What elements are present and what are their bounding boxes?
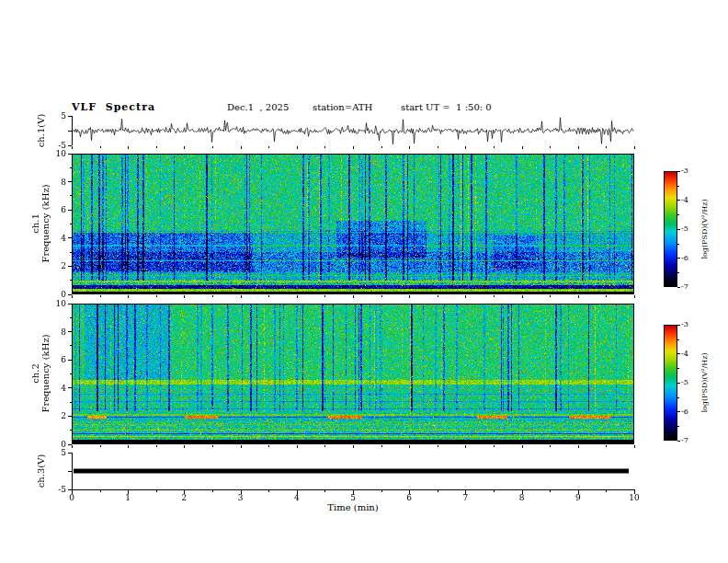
colorbar-ch1-label: log(PSD)(V²/Hz) [700,199,709,259]
cb-tick-label: -6 [681,254,688,263]
y-tick-label: 6 [48,205,66,214]
x-tick-label: 10 [625,493,643,502]
cb-tick-label: -7 [681,282,688,292]
y-major-tick [68,331,72,332]
x-minor-tick [381,295,382,297]
x-tick-label: 1 [119,493,137,502]
cb-tick [677,411,680,412]
ch1-wave-ylabel: ch.1(V) [36,114,46,148]
ch1-waveform-panel [72,116,634,145]
cb-tick [677,383,680,384]
ch3-waveform-canvas [72,453,634,489]
cb-minor-tick [677,426,679,427]
y-tick-label: 8 [48,327,66,337]
figure-station: station=ATH [313,102,372,112]
y-tick-label: 4 [48,234,66,243]
y-minor-tick [70,317,73,318]
x-major-tick [184,295,185,298]
x-minor-tick [100,295,101,297]
x-minor-tick [550,489,551,492]
y-minor-tick [70,280,73,281]
cb-minor-tick [677,244,679,245]
cb-tick [677,325,680,326]
ch1-spec-ylabel-line2: Frequency (kHz) [40,184,51,262]
cb-tick-label: -4 [681,196,688,205]
cb-tick-label: -3 [681,320,688,329]
ch1-spectrogram-panel [72,154,634,294]
y-tick-label: 8 [48,178,66,187]
x-major-tick [353,295,354,298]
x-tick-label: 0 [63,493,81,502]
y-tick-label: 0 [48,440,66,449]
ch1-waveform-canvas [72,116,634,145]
x-major-tick [409,146,410,149]
x-minor-tick [156,445,157,447]
y-major-tick [68,237,72,238]
x-minor-tick [156,295,157,297]
y-minor-tick [70,224,73,224]
y-minor-tick [70,345,73,346]
ch2-spec-ylabel-line1: ch.2 [30,334,40,412]
x-minor-tick [606,146,607,148]
x-minor-tick [212,295,213,297]
y-minor-tick [70,402,73,403]
x-tick-label: 8 [513,493,531,502]
y-tick-label: 4 [48,384,66,393]
colorbar-ch1 [664,171,677,287]
x-major-tick [72,295,73,298]
x-minor-tick [438,146,438,148]
x-major-tick [465,295,466,298]
y-major-tick [68,471,72,472]
colorbar-ch2 [664,325,677,441]
y-tick-label: 10 [48,149,66,158]
cb-tick-label: -7 [681,436,688,445]
cb-minor-tick [677,214,679,215]
x-major-tick [578,146,579,149]
x-minor-tick [494,445,495,447]
x-major-tick [184,445,185,448]
y-major-tick [68,131,72,132]
y-major-tick [68,181,72,182]
x-minor-tick [381,489,382,492]
x-minor-tick [268,146,269,148]
x-major-tick [297,445,298,448]
time-axis-title: Time (min) [327,502,378,512]
ch1-spec-ylabel-line1: ch.1 [30,184,40,262]
x-major-tick [634,445,635,448]
y-minor-tick [70,167,73,168]
y-tick-label: 2 [48,411,66,420]
colorbar-ch2-canvas [665,326,677,440]
x-major-tick [297,295,298,298]
x-major-tick [128,445,129,448]
x-major-tick [184,146,185,149]
x-minor-tick [606,489,607,492]
x-major-tick [634,146,635,149]
ch2-spec-ylabel-line2: Frequency (kHz) [40,334,51,412]
x-minor-tick [438,489,438,492]
cb-tick [677,200,680,201]
x-minor-tick [550,445,551,447]
y-minor-tick [70,195,73,196]
x-minor-tick [606,445,607,447]
x-major-tick [72,445,73,448]
x-major-tick [522,146,523,149]
y-major-tick [68,444,72,445]
x-minor-tick [606,295,607,297]
x-minor-tick [100,445,101,447]
x-major-tick [634,295,635,298]
y-major-tick [68,145,72,146]
ch2-spectrogram-canvas [73,304,633,443]
x-major-tick [353,445,354,448]
x-tick-label: 9 [569,493,587,502]
ch1-spec-ylabel: ch.1 Frequency (kHz) [30,184,51,262]
x-minor-tick [494,295,495,297]
x-major-tick [128,146,129,149]
y-major-tick [68,387,72,388]
x-minor-tick [494,146,495,148]
cb-minor-tick [677,186,679,187]
x-minor-tick [438,295,438,297]
ch1-wave-ymax-label: 5 [48,111,66,121]
vlf-spectra-figure: VLF Spectra Dec.1 , 2025 station=ATH sta… [0,0,728,563]
x-tick-label: 7 [456,493,474,502]
x-major-tick [522,445,523,448]
